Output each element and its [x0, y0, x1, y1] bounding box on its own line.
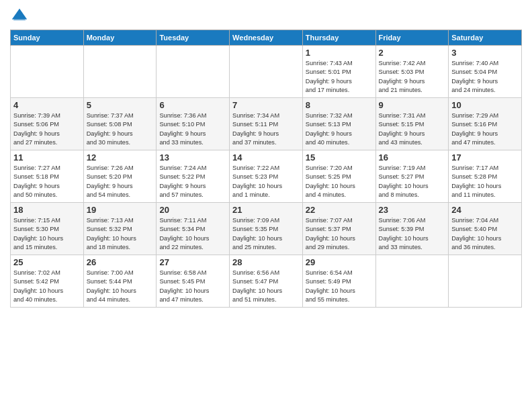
day-header-friday: Friday	[375, 30, 449, 46]
calendar-cell	[449, 255, 522, 308]
day-info: Sunrise: 6:58 AM Sunset: 5:45 PM Dayligh…	[159, 269, 226, 304]
day-info: Sunrise: 7:26 AM Sunset: 5:20 PM Dayligh…	[87, 164, 154, 199]
day-header-sunday: Sunday	[11, 30, 84, 46]
day-info: Sunrise: 7:04 AM Sunset: 5:40 PM Dayligh…	[451, 216, 519, 252]
calendar-cell: 10Sunrise: 7:29 AM Sunset: 5:16 PM Dayli…	[449, 98, 522, 150]
day-number: 8	[306, 100, 373, 110]
day-info: Sunrise: 7:40 AM Sunset: 5:04 PM Dayligh…	[451, 59, 519, 95]
day-info: Sunrise: 7:20 AM Sunset: 5:25 PM Dayligh…	[306, 164, 373, 199]
calendar-cell: 13Sunrise: 7:24 AM Sunset: 5:22 PM Dayli…	[157, 150, 230, 203]
week-row-2: 4Sunrise: 7:39 AM Sunset: 5:06 PM Daylig…	[11, 98, 522, 150]
calendar-cell: 4Sunrise: 7:39 AM Sunset: 5:06 PM Daylig…	[11, 98, 84, 150]
logo	[10, 7, 32, 26]
day-number: 1	[306, 48, 373, 58]
day-number: 27	[159, 257, 226, 267]
calendar-table: SundayMondayTuesdayWednesdayThursdayFrid…	[10, 30, 522, 308]
day-number: 5	[87, 100, 154, 110]
day-number: 11	[13, 152, 81, 163]
week-row-4: 18Sunrise: 7:15 AM Sunset: 5:30 PM Dayli…	[11, 203, 522, 255]
day-number: 18	[13, 205, 81, 215]
day-info: Sunrise: 6:56 AM Sunset: 5:47 PM Dayligh…	[232, 269, 300, 304]
day-info: Sunrise: 7:29 AM Sunset: 5:16 PM Dayligh…	[451, 111, 519, 147]
calendar-cell: 17Sunrise: 7:17 AM Sunset: 5:28 PM Dayli…	[449, 150, 522, 203]
day-number: 28	[232, 257, 300, 267]
day-info: Sunrise: 7:00 AM Sunset: 5:44 PM Dayligh…	[87, 269, 154, 304]
day-info: Sunrise: 7:15 AM Sunset: 5:30 PM Dayligh…	[13, 216, 81, 252]
calendar-cell: 1Sunrise: 7:43 AM Sunset: 5:01 PM Daylig…	[302, 46, 375, 98]
day-number: 24	[451, 205, 519, 215]
day-number: 15	[306, 152, 373, 163]
logo-icon	[10, 7, 29, 26]
week-row-1: 1Sunrise: 7:43 AM Sunset: 5:01 PM Daylig…	[11, 46, 522, 98]
day-number: 7	[232, 100, 300, 110]
day-number: 6	[159, 100, 226, 110]
day-number: 25	[13, 257, 81, 267]
day-number: 20	[159, 205, 226, 215]
day-info: Sunrise: 7:17 AM Sunset: 5:28 PM Dayligh…	[451, 164, 519, 199]
calendar-cell: 6Sunrise: 7:36 AM Sunset: 5:10 PM Daylig…	[157, 98, 230, 150]
header-row: SundayMondayTuesdayWednesdayThursdayFrid…	[11, 30, 522, 46]
day-info: Sunrise: 7:27 AM Sunset: 5:18 PM Dayligh…	[13, 164, 81, 199]
day-info: Sunrise: 7:36 AM Sunset: 5:10 PM Dayligh…	[159, 111, 226, 147]
day-info: Sunrise: 7:13 AM Sunset: 5:32 PM Dayligh…	[87, 216, 154, 252]
day-number: 17	[451, 152, 519, 163]
calendar-cell: 15Sunrise: 7:20 AM Sunset: 5:25 PM Dayli…	[302, 150, 375, 203]
day-number: 29	[306, 257, 373, 267]
day-number: 21	[232, 205, 300, 215]
day-info: Sunrise: 7:34 AM Sunset: 5:11 PM Dayligh…	[232, 111, 300, 147]
day-number: 9	[379, 100, 446, 110]
day-info: Sunrise: 7:07 AM Sunset: 5:37 PM Dayligh…	[306, 216, 373, 252]
day-info: Sunrise: 7:42 AM Sunset: 5:03 PM Dayligh…	[379, 59, 446, 95]
calendar-cell: 14Sunrise: 7:22 AM Sunset: 5:23 PM Dayli…	[230, 150, 303, 203]
calendar-cell	[375, 255, 449, 308]
day-info: Sunrise: 7:39 AM Sunset: 5:06 PM Dayligh…	[13, 111, 81, 147]
calendar-cell: 20Sunrise: 7:11 AM Sunset: 5:34 PM Dayli…	[157, 203, 230, 255]
day-number: 13	[159, 152, 226, 163]
calendar-cell: 24Sunrise: 7:04 AM Sunset: 5:40 PM Dayli…	[449, 203, 522, 255]
calendar-cell: 29Sunrise: 6:54 AM Sunset: 5:49 PM Dayli…	[302, 255, 375, 308]
day-number: 14	[232, 152, 300, 163]
calendar-cell: 25Sunrise: 7:02 AM Sunset: 5:42 PM Dayli…	[11, 255, 84, 308]
calendar-cell	[157, 46, 230, 98]
day-number: 16	[379, 152, 446, 163]
calendar-cell: 18Sunrise: 7:15 AM Sunset: 5:30 PM Dayli…	[11, 203, 84, 255]
day-info: Sunrise: 7:24 AM Sunset: 5:22 PM Dayligh…	[159, 164, 226, 199]
calendar-cell: 8Sunrise: 7:32 AM Sunset: 5:13 PM Daylig…	[302, 98, 375, 150]
day-info: Sunrise: 7:43 AM Sunset: 5:01 PM Dayligh…	[306, 59, 373, 95]
calendar-cell	[230, 46, 303, 98]
day-info: Sunrise: 6:54 AM Sunset: 5:49 PM Dayligh…	[306, 269, 373, 304]
day-number: 19	[87, 205, 154, 215]
calendar-cell: 7Sunrise: 7:34 AM Sunset: 5:11 PM Daylig…	[230, 98, 303, 150]
calendar-cell: 28Sunrise: 6:56 AM Sunset: 5:47 PM Dayli…	[230, 255, 303, 308]
day-header-wednesday: Wednesday	[230, 30, 303, 46]
day-header-tuesday: Tuesday	[157, 30, 230, 46]
day-info: Sunrise: 7:06 AM Sunset: 5:39 PM Dayligh…	[379, 216, 446, 252]
calendar-cell: 27Sunrise: 6:58 AM Sunset: 5:45 PM Dayli…	[157, 255, 230, 308]
day-number: 26	[87, 257, 154, 267]
page-container: SundayMondayTuesdayWednesdayThursdayFrid…	[0, 0, 532, 313]
day-info: Sunrise: 7:31 AM Sunset: 5:15 PM Dayligh…	[379, 111, 446, 147]
day-info: Sunrise: 7:32 AM Sunset: 5:13 PM Dayligh…	[306, 111, 373, 147]
calendar-cell: 12Sunrise: 7:26 AM Sunset: 5:20 PM Dayli…	[83, 150, 157, 203]
day-number: 2	[379, 48, 446, 58]
calendar-cell	[11, 46, 84, 98]
day-info: Sunrise: 7:22 AM Sunset: 5:23 PM Dayligh…	[232, 164, 300, 199]
header	[10, 7, 522, 26]
day-number: 23	[379, 205, 446, 215]
day-number: 3	[451, 48, 519, 58]
calendar-cell: 11Sunrise: 7:27 AM Sunset: 5:18 PM Dayli…	[11, 150, 84, 203]
day-number: 4	[13, 100, 81, 110]
day-info: Sunrise: 7:19 AM Sunset: 5:27 PM Dayligh…	[379, 164, 446, 199]
calendar-cell: 21Sunrise: 7:09 AM Sunset: 5:35 PM Dayli…	[230, 203, 303, 255]
calendar-cell: 3Sunrise: 7:40 AM Sunset: 5:04 PM Daylig…	[449, 46, 522, 98]
day-header-saturday: Saturday	[449, 30, 522, 46]
day-info: Sunrise: 7:02 AM Sunset: 5:42 PM Dayligh…	[13, 269, 81, 304]
week-row-3: 11Sunrise: 7:27 AM Sunset: 5:18 PM Dayli…	[11, 150, 522, 203]
calendar-cell	[83, 46, 157, 98]
calendar-cell: 26Sunrise: 7:00 AM Sunset: 5:44 PM Dayli…	[83, 255, 157, 308]
calendar-cell: 16Sunrise: 7:19 AM Sunset: 5:27 PM Dayli…	[375, 150, 449, 203]
day-number: 22	[306, 205, 373, 215]
day-header-monday: Monday	[83, 30, 157, 46]
day-info: Sunrise: 7:11 AM Sunset: 5:34 PM Dayligh…	[159, 216, 226, 252]
calendar-cell: 22Sunrise: 7:07 AM Sunset: 5:37 PM Dayli…	[302, 203, 375, 255]
